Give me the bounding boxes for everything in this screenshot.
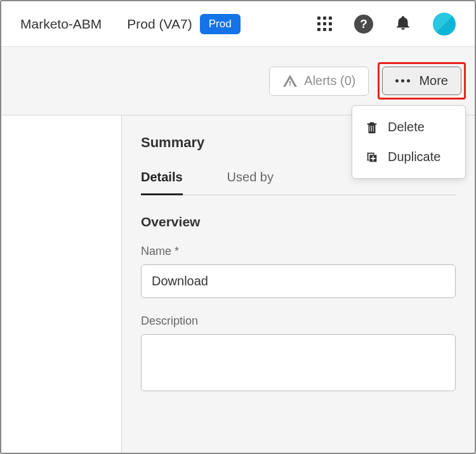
tab-details[interactable]: Details: [141, 170, 183, 195]
alerts-label: Alerts (0): [304, 74, 355, 88]
more-label: More: [419, 74, 448, 88]
environment-text[interactable]: Prod (VA7): [127, 16, 192, 32]
more-highlight-box: More: [378, 62, 466, 100]
more-button[interactable]: More: [382, 67, 461, 95]
environment-badge[interactable]: Prod: [200, 14, 241, 34]
name-input[interactable]: [141, 264, 456, 298]
overview-title: Overview: [141, 214, 456, 230]
header-icons: ?: [317, 13, 456, 36]
duplicate-icon: [365, 150, 379, 164]
alerts-button[interactable]: Alerts (0): [269, 67, 369, 96]
header-bar: Marketo-ABM Prod (VA7) Prod ?: [1, 1, 475, 47]
more-dropdown: Delete Duplicate: [352, 105, 466, 179]
delete-label: Delete: [388, 120, 425, 134]
left-panel: [1, 115, 122, 453]
trash-icon: [365, 120, 379, 134]
duplicate-menu-item[interactable]: Duplicate: [352, 142, 465, 172]
description-input[interactable]: [141, 334, 456, 391]
action-bar: Alerts (0) More Delete Duplicate: [1, 47, 475, 115]
name-label: Name *: [141, 245, 456, 258]
warning-icon: [282, 74, 298, 89]
delete-menu-item[interactable]: Delete: [352, 112, 465, 142]
tab-used-by[interactable]: Used by: [227, 170, 274, 195]
help-icon[interactable]: ?: [354, 15, 373, 34]
description-label: Description: [141, 315, 456, 328]
dots-icon: [395, 79, 410, 82]
avatar[interactable]: [433, 13, 456, 36]
duplicate-label: Duplicate: [388, 150, 440, 164]
brand-name: Marketo-ABM: [20, 16, 102, 32]
apps-icon[interactable]: [317, 16, 333, 32]
bell-icon[interactable]: [395, 15, 411, 34]
